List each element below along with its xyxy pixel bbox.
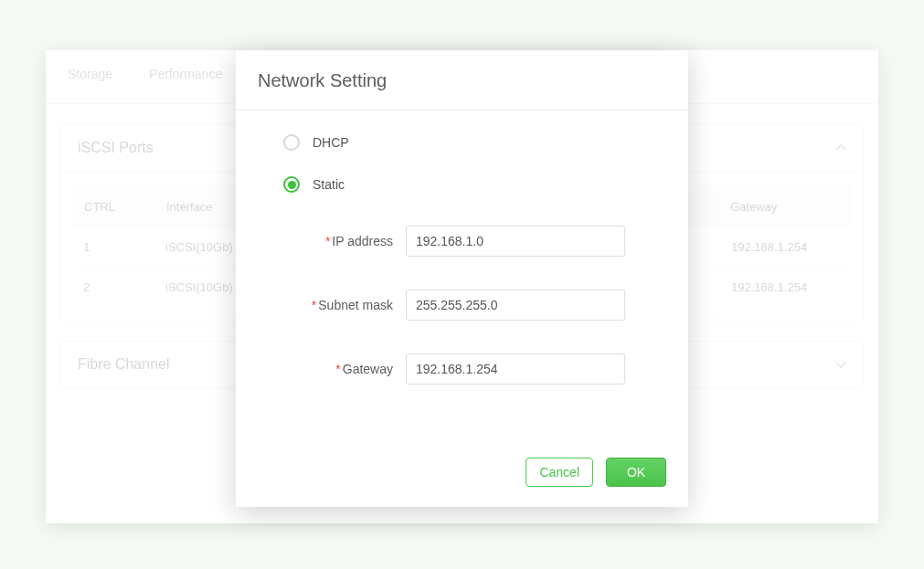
form-row-ip: *IP address	[283, 226, 657, 257]
radio-dhcp[interactable]: DHCP	[283, 134, 657, 151]
form-row-mask: *Subnet mask	[283, 290, 657, 321]
dialog-title: Network Setting	[236, 50, 688, 111]
dialog-footer: Cancel OK	[236, 430, 688, 507]
radio-label: Static	[313, 177, 345, 192]
radio-icon	[283, 134, 300, 151]
radio-label: DHCP	[313, 135, 349, 150]
radio-static[interactable]: Static	[283, 176, 657, 193]
ip-address-label: *IP address	[283, 234, 393, 248]
gateway-input[interactable]	[406, 353, 625, 385]
ok-button[interactable]: OK	[606, 458, 666, 487]
subnet-mask-input[interactable]	[406, 290, 625, 321]
radio-selected-icon	[283, 176, 300, 193]
form-row-gateway: *Gateway	[283, 353, 657, 385]
dialog-body: DHCP Static *IP address *Subnet mask *Ga…	[236, 111, 688, 403]
subnet-mask-label: *Subnet mask	[283, 298, 393, 312]
ip-address-input[interactable]	[406, 226, 625, 257]
network-setting-dialog: Network Setting DHCP Static *IP address …	[236, 50, 688, 507]
gateway-label: *Gateway	[283, 362, 393, 376]
cancel-button[interactable]: Cancel	[526, 458, 593, 487]
